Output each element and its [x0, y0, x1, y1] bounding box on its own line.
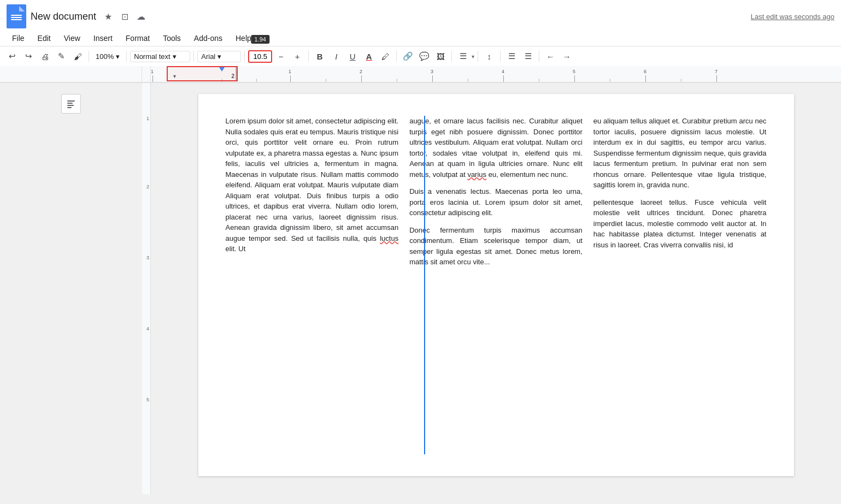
v-ruler-mark-2: 2	[146, 184, 149, 189]
doc-icon	[7, 4, 26, 28]
text-cursor	[424, 116, 425, 454]
top-bar: New document ★ ⊡ ☁ Last edit was seconds…	[0, 0, 841, 83]
font-size-input[interactable]	[248, 50, 272, 63]
col3-paragraph-2: pellentesque laoreet tellus. Fusce vehic…	[593, 197, 767, 251]
image-button[interactable]: 🖼	[433, 49, 448, 64]
separator-10	[539, 51, 539, 62]
svg-rect-0	[67, 100, 75, 102]
align-button[interactable]: ☰	[455, 49, 471, 64]
svg-rect-1	[67, 103, 73, 104]
menu-addons[interactable]: Add-ons	[189, 32, 228, 45]
style-label: Normal text	[134, 52, 170, 61]
v-ruler-mark-5: 5	[146, 397, 149, 402]
font-size-decrease[interactable]: −	[273, 49, 289, 64]
ruler-v-spacer	[142, 66, 151, 82]
italic-button[interactable]: I	[328, 49, 344, 64]
font-size-area: 1.94	[248, 50, 272, 63]
undo-button[interactable]: ↩	[4, 49, 20, 64]
menu-file[interactable]: File	[7, 32, 30, 45]
underline-button[interactable]: U	[345, 49, 360, 64]
tick	[716, 75, 717, 82]
paint-format-button[interactable]: 🖌	[70, 49, 85, 64]
zoom-value: 100%	[96, 52, 114, 61]
increase-indent-button[interactable]: →	[559, 49, 574, 64]
menu-edit[interactable]: Edit	[32, 32, 56, 45]
decrease-indent-button[interactable]: ←	[543, 49, 558, 64]
separator-8	[478, 51, 478, 62]
ruler-container: 1.94 ▾ 2 1 1	[0, 66, 841, 82]
list-bullet-button[interactable]: ☰	[520, 49, 536, 64]
menu-view[interactable]: View	[58, 32, 86, 45]
ruler-ticks: 1 1 2 3 4 5	[151, 66, 841, 82]
ruler-label: 3	[431, 69, 433, 74]
ruler-label: 1	[151, 69, 154, 74]
text-column-3[interactable]: eu aliquam tellus aliquet et. Curabitur …	[593, 116, 767, 274]
outline-icon-svg	[66, 99, 76, 109]
star-icon[interactable]: ★	[103, 11, 114, 22]
ruler-label: 5	[573, 69, 575, 74]
text-column-1[interactable]: Lorem ipsum dolor sit amet, consectetur …	[226, 116, 399, 274]
font-chevron: ▾	[217, 52, 221, 61]
tick	[361, 75, 362, 82]
link-button[interactable]: 🔗	[400, 49, 415, 64]
tick-minor	[326, 79, 326, 82]
separator-6	[396, 51, 397, 62]
outline-toggle[interactable]	[61, 94, 81, 114]
style-chevron: ▾	[173, 52, 177, 61]
ruler-label: 7	[715, 69, 718, 74]
tick-minor	[539, 79, 539, 82]
cloud-icon[interactable]: ☁	[136, 11, 146, 22]
last-edit-status[interactable]: Last edit was seconds ago	[751, 13, 834, 21]
font-size-increase[interactable]: +	[290, 49, 305, 64]
ruler-triangle[interactable]	[219, 67, 225, 72]
svg-rect-3	[67, 107, 72, 108]
menu-insert[interactable]: Insert	[88, 32, 118, 45]
folder-icon[interactable]: ⊡	[119, 11, 130, 22]
spell-check-button[interactable]: ✎	[54, 49, 69, 64]
font-size-tooltip: 1.94	[251, 35, 269, 44]
tick	[503, 75, 504, 82]
ruler-highlight: 1.94 ▾ 2	[167, 66, 238, 81]
tick-minor	[256, 79, 257, 82]
zoom-chevron: ▾	[116, 52, 120, 61]
v-ruler-mark-4: 4	[146, 326, 149, 331]
tick-minor	[610, 79, 610, 82]
ruler-label: 6	[644, 69, 646, 74]
svg-rect-2	[67, 105, 74, 106]
title-icons: ★ ⊡ ☁	[103, 11, 146, 22]
bold-button[interactable]: B	[312, 49, 327, 64]
ruler-tab-arrow[interactable]: ▾	[173, 73, 176, 79]
ruler-content: 1.94 ▾ 2 1 1	[151, 66, 841, 82]
text-color-button[interactable]: A	[361, 49, 377, 64]
menu-tools[interactable]: Tools	[157, 32, 186, 45]
style-dropdown[interactable]: Normal text ▾	[130, 51, 190, 62]
print-button[interactable]: 🖨	[37, 49, 52, 64]
menu-format[interactable]: Format	[120, 32, 155, 45]
align-chevron: ▾	[472, 54, 474, 60]
tick-minor	[397, 79, 397, 82]
col1-paragraph-1: Lorem ipsum dolor sit amet, consectetur …	[226, 116, 399, 254]
col2-paragraph-1: augue, et ornare lacus facilisis nec. Cu…	[409, 116, 583, 180]
menu-bar: File Edit View Insert Format Tools Add-o…	[0, 31, 841, 46]
tick-minor	[468, 79, 468, 82]
col2-paragraph-3: Donec fermentum turpis maximus accumsan …	[409, 225, 583, 268]
separator-2	[126, 51, 127, 62]
tick	[574, 75, 575, 82]
zoom-dropdown[interactable]: 100% ▾	[92, 51, 123, 62]
comment-button[interactable]: 💬	[416, 49, 432, 64]
col2-paragraph-2: Duis a venenatis lectus. Maecenas porta …	[409, 186, 583, 218]
ruler-label: 2	[360, 69, 362, 74]
highlight-button[interactable]: 🖊	[378, 49, 393, 64]
spell-error-varius: varius	[467, 170, 486, 179]
redo-button[interactable]: ↪	[21, 49, 36, 64]
ruler-num-2: 2	[231, 73, 234, 79]
text-column-2[interactable]: augue, et ornare lacus facilisis nec. Cu…	[409, 116, 583, 274]
pages-container[interactable]: Lorem ipsum dolor sit amet, consectetur …	[151, 83, 841, 494]
line-spacing-button[interactable]: ↕	[481, 49, 497, 64]
ruler-label: 1	[289, 69, 291, 74]
font-dropdown[interactable]: Arial ▾	[197, 51, 241, 62]
tick	[152, 75, 153, 82]
list-numbered-button[interactable]: ☰	[504, 49, 519, 64]
toolbar: ↩ ↪ 🖨 ✎ 🖌 100% ▾ Normal text ▾ Arial ▾ 1…	[0, 46, 841, 66]
ruler-left-panel	[0, 66, 142, 82]
